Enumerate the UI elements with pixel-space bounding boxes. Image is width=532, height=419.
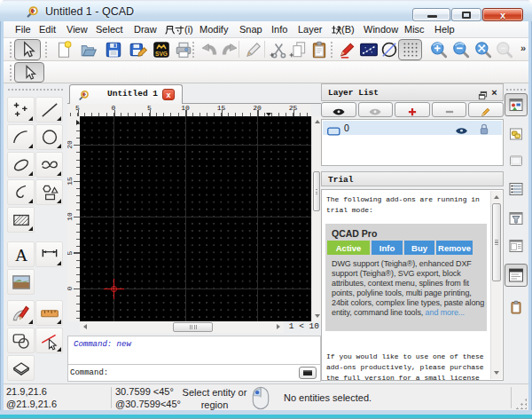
menu-misc[interactable]: Misc bbox=[404, 21, 425, 37]
grid-toggle-button[interactable] bbox=[398, 39, 422, 60]
hatch-tool-button[interactable] bbox=[7, 207, 35, 233]
scroll-right-icon[interactable] bbox=[277, 324, 280, 329]
arc-tools-button[interactable] bbox=[7, 124, 35, 150]
auto-zoom-button[interactable] bbox=[471, 39, 495, 60]
selection-tools-button[interactable] bbox=[7, 328, 35, 353]
polyline-tools-button[interactable] bbox=[7, 179, 35, 205]
image-tool-button[interactable] bbox=[7, 269, 35, 295]
float-panel-icon[interactable] bbox=[478, 88, 488, 98]
command-line-toggle-toggle-button[interactable] bbox=[505, 234, 528, 257]
ellipse-tools-button[interactable] bbox=[7, 152, 35, 178]
menu-view[interactable]: View bbox=[66, 21, 88, 37]
layer-color-swatch-icon[interactable] bbox=[327, 123, 340, 132]
menu-draw[interactable]: Draw bbox=[134, 21, 157, 37]
scroll-left-icon[interactable] bbox=[83, 324, 87, 329]
save-document-button[interactable] bbox=[101, 39, 125, 60]
clipboard-panel-toggle-button[interactable] bbox=[505, 296, 528, 319]
svg-export-button[interactable]: SVG bbox=[149, 39, 173, 60]
selection-pointer-button[interactable] bbox=[14, 39, 41, 60]
draw-white-pencil-button[interactable] bbox=[241, 39, 265, 60]
circle-tools-button[interactable] bbox=[35, 124, 63, 150]
new-document-button[interactable] bbox=[51, 39, 75, 60]
point-tools-button[interactable] bbox=[7, 97, 35, 123]
drawing-canvas[interactable] bbox=[80, 116, 311, 321]
menu-b[interactable]: (B) bbox=[332, 21, 355, 37]
save-as-button[interactable] bbox=[126, 39, 150, 60]
remove-layer-button[interactable] bbox=[432, 102, 467, 117]
menu-help[interactable]: Help bbox=[434, 21, 455, 37]
command-line-toggle-button[interactable] bbox=[299, 367, 317, 379]
trial-panel-header[interactable]: Trial bbox=[321, 171, 504, 186]
toolbar-drag-handle[interactable] bbox=[7, 87, 64, 91]
layer-lock-icon[interactable] bbox=[479, 123, 489, 134]
menu-snap[interactable]: Snap bbox=[239, 21, 262, 37]
deselect-tools-button[interactable] bbox=[35, 328, 63, 353]
add-layer-button[interactable] bbox=[395, 102, 430, 117]
menu-file[interactable]: File bbox=[15, 21, 31, 37]
restrict-off-button[interactable] bbox=[377, 39, 401, 60]
trial-scroll-thumb[interactable] bbox=[492, 203, 501, 281]
menu-layer[interactable]: Layer bbox=[298, 21, 323, 37]
line-tools-button[interactable] bbox=[35, 97, 63, 123]
modify-tools-button[interactable] bbox=[7, 300, 35, 326]
redo-button[interactable] bbox=[217, 39, 241, 60]
menu-info[interactable]: Info bbox=[271, 21, 287, 37]
selection-filter-toggle-button[interactable] bbox=[505, 207, 528, 230]
card-tab-active[interactable]: Active bbox=[327, 241, 370, 255]
print-button[interactable] bbox=[171, 39, 195, 60]
toolbar-drag-handle[interactable] bbox=[505, 87, 527, 91]
previous-view-button[interactable] bbox=[492, 39, 516, 60]
tab-close-button[interactable]: x bbox=[162, 89, 175, 100]
layer-row[interactable]: 0 bbox=[323, 121, 502, 135]
zoom-out-button[interactable] bbox=[449, 39, 473, 60]
horizontal-scrollbar[interactable] bbox=[80, 321, 284, 333]
shape-tools-button[interactable] bbox=[35, 179, 63, 205]
measure-tools-button[interactable] bbox=[35, 300, 63, 326]
horizontal-scroll-thumb[interactable] bbox=[173, 322, 213, 332]
title-bar[interactable]: Untitled 1 - QCAD x bbox=[0, 0, 532, 21]
scroll-up-icon[interactable] bbox=[494, 195, 499, 199]
card-tab-buy[interactable]: Buy bbox=[404, 241, 434, 255]
projection-tools-button[interactable] bbox=[7, 355, 35, 381]
view-list-toggle-button[interactable] bbox=[505, 149, 528, 172]
library-browser-toggle-button[interactable] bbox=[505, 264, 528, 287]
zoom-in-button[interactable] bbox=[426, 39, 450, 60]
snap-selection-pointer-button[interactable] bbox=[14, 62, 44, 83]
and-more-link[interactable]: and more... bbox=[426, 308, 465, 317]
text-tool-button[interactable]: A bbox=[7, 241, 35, 267]
menu-select[interactable]: Select bbox=[96, 21, 123, 37]
minimize-button[interactable] bbox=[412, 8, 450, 21]
layer-panel-header[interactable]: Layer List × bbox=[321, 83, 504, 101]
toolbar-drag-handle[interactable] bbox=[9, 41, 12, 59]
toolbar-drag-handle[interactable] bbox=[44, 41, 48, 59]
card-tab-remove[interactable]: Remove bbox=[436, 241, 473, 255]
edit-layer-button[interactable] bbox=[468, 102, 504, 117]
scroll-down-icon[interactable] bbox=[494, 371, 499, 375]
paste-button[interactable] bbox=[307, 39, 331, 60]
vertical-scrollbar[interactable] bbox=[311, 116, 321, 321]
card-tab-info[interactable]: Info bbox=[372, 241, 403, 255]
command-input[interactable] bbox=[111, 365, 297, 381]
block-list-toggle-button[interactable] bbox=[505, 123, 528, 146]
menu-modify[interactable]: Modify bbox=[200, 21, 228, 37]
hide-all-layers-button[interactable] bbox=[358, 102, 394, 117]
document-tab[interactable]: Untitled 1 x bbox=[69, 84, 183, 104]
layer-visible-icon[interactable] bbox=[455, 123, 468, 133]
layer-list-toggle-button[interactable] bbox=[505, 178, 528, 201]
menu-edit[interactable]: Edit bbox=[39, 21, 56, 37]
show-all-layers-button[interactable] bbox=[321, 102, 356, 117]
dimension-tools-button[interactable] bbox=[35, 241, 63, 267]
property-editor-toggle-button[interactable] bbox=[505, 93, 528, 116]
scroll-up-icon[interactable] bbox=[315, 120, 320, 123]
toolbar-drag-handle[interactable] bbox=[9, 64, 12, 82]
open-document-button[interactable] bbox=[76, 39, 100, 60]
vertical-scroll-thumb[interactable] bbox=[313, 171, 320, 211]
close-button[interactable]: x bbox=[482, 8, 523, 21]
close-panel-icon[interactable]: × bbox=[489, 87, 499, 98]
scroll-down-icon[interactable] bbox=[315, 314, 320, 318]
spline-tools-button[interactable] bbox=[35, 152, 63, 178]
trial-scrollbar[interactable] bbox=[490, 191, 502, 379]
edit-drawing-preferences-button[interactable] bbox=[335, 39, 359, 60]
menu-window[interactable]: Window bbox=[364, 21, 398, 37]
toolbar-overflow-button[interactable]: » bbox=[520, 43, 526, 53]
